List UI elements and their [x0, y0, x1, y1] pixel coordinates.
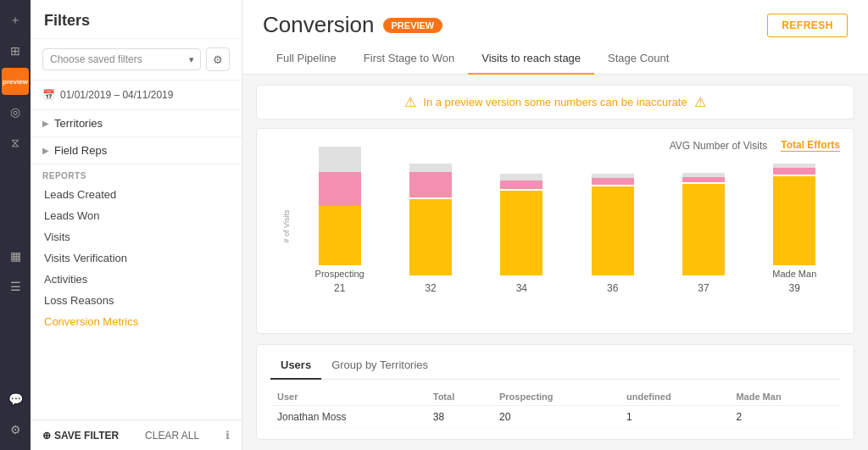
bar-group-made-man: Made Man 39 [760, 164, 828, 294]
bar-label-6: Made Man [772, 269, 816, 279]
col-undefined: undefined [620, 388, 729, 406]
bar-group-3: 34 [487, 174, 555, 294]
bar-value-3: 34 [516, 282, 527, 294]
report-leads-created[interactable]: Leads Created [42, 184, 230, 205]
bar-pink-1 [319, 172, 361, 206]
preview-nav-icon[interactable]: preview [2, 68, 29, 95]
bar-yellow-1 [319, 206, 361, 265]
warning-icon-right: ⚠ [694, 94, 706, 110]
cell-user: Jonathan Moss [270, 406, 426, 429]
field-reps-section[interactable]: ▶ Field Reps [31, 137, 242, 164]
settings-nav-icon[interactable]: ⚙ [2, 416, 29, 443]
cell-total: 38 [426, 406, 492, 429]
main-header: Conversion PREVIEW REFRESH Full Pipeline… [242, 0, 868, 75]
bottom-tabs: Users Group by Territories [270, 355, 840, 380]
table-row: Jonathan Moss 38 20 1 2 [270, 406, 840, 429]
col-made-man: Made Man [729, 388, 840, 406]
warning-icon-left: ⚠ [404, 94, 416, 110]
tab-users[interactable]: Users [270, 355, 321, 380]
saved-filters-wrapper: Choose saved filters [42, 48, 201, 70]
report-visits-verification[interactable]: Visits Verification [42, 247, 230, 269]
field-reps-label: Field Reps [54, 144, 107, 157]
filter-nav-icon[interactable]: ⧖ [2, 129, 29, 156]
bar-pink-4 [592, 178, 634, 185]
report-visits[interactable]: Visits [42, 226, 230, 247]
col-total: Total [426, 388, 492, 406]
chart-panel: AVG Number of Visits Total Efforts # of … [256, 128, 854, 334]
date-range-row: 📅 01/01/2019 – 04/11/2019 [31, 81, 242, 110]
data-table: User Total Prospecting undefined Made Ma… [270, 388, 840, 429]
total-efforts-legend[interactable]: Total Efforts [781, 139, 840, 152]
bar-yellow-2 [409, 199, 452, 275]
tab-full-pipeline[interactable]: Full Pipeline [263, 47, 350, 75]
tab-stage-count[interactable]: Stage Count [594, 47, 682, 75]
save-filter-button[interactable]: ⊕ SAVE FILTER [42, 430, 119, 442]
col-prospecting: Prospecting [492, 388, 620, 406]
bar-yellow-6 [773, 176, 815, 265]
preview-badge: PREVIEW [383, 18, 443, 33]
bar-stack-2 [409, 164, 452, 275]
cell-prospecting: 20 [492, 406, 620, 429]
location-nav-icon[interactable]: ◎ [2, 98, 29, 125]
bar-value-5: 37 [698, 282, 709, 294]
bar-stack-4 [592, 174, 634, 275]
report-activities[interactable]: Activities [42, 269, 230, 290]
tab-first-stage[interactable]: First Stage to Won [350, 47, 468, 75]
warning-text: In a preview version some numbers can be… [423, 96, 687, 108]
bar-stack-5 [682, 173, 725, 275]
gear-button[interactable]: ⚙ [206, 47, 230, 71]
save-icon: ⊕ [42, 430, 51, 442]
report-conversion-metrics[interactable]: Conversion Metrics [42, 311, 230, 332]
bar-group-4: 36 [579, 174, 647, 294]
save-filter-label: SAVE FILTER [54, 430, 119, 442]
bar-label-1: Prospecting [315, 269, 364, 279]
bar-value-2: 32 [425, 282, 436, 294]
page-title: Conversion [263, 12, 375, 38]
reports-section: REPORTS Leads Created Leads Won Visits V… [31, 164, 242, 336]
report-loss-reasons[interactable]: Loss Reasons [42, 290, 230, 311]
add-nav-icon[interactable]: ＋ [2, 7, 29, 34]
territories-label: Territories [54, 117, 103, 130]
grid-nav-icon[interactable]: ⊞ [2, 37, 29, 64]
y-axis-label: # of Visits [282, 210, 291, 243]
saved-filters-select[interactable]: Choose saved filters [42, 48, 201, 70]
bar-pink-3 [500, 181, 542, 189]
tab-visits-reach-stage[interactable]: Visits to reach stage [468, 47, 594, 75]
cell-undefined: 1 [620, 406, 729, 429]
bar-group-2: 32 [397, 164, 465, 294]
refresh-button[interactable]: REFRESH [767, 14, 848, 37]
bar-value-6: 39 [789, 282, 800, 294]
avg-visits-legend: AVG Number of Visits [670, 140, 768, 152]
territories-arrow-icon: ▶ [42, 119, 49, 128]
col-user: User [270, 388, 426, 406]
bar-chart: # of Visits Prospecting 21 [270, 158, 840, 294]
cell-made-man: 2 [729, 406, 840, 429]
bar-value-4: 36 [607, 282, 618, 294]
report-leads-won[interactable]: Leads Won [42, 205, 230, 226]
bar-gray-3 [500, 174, 542, 181]
bar-gray-2 [409, 164, 452, 172]
sidebar-footer: ⊕ SAVE FILTER CLEAR ALL ℹ [31, 419, 242, 450]
main-title-row: Conversion PREVIEW REFRESH [263, 12, 848, 38]
bar-yellow-4 [592, 186, 634, 275]
filter-row: Choose saved filters ⚙ [31, 39, 242, 81]
bar-group-5: 37 [670, 173, 737, 294]
tab-group-territories[interactable]: Group by Territories [321, 355, 438, 380]
calendar-nav-icon[interactable]: ▦ [2, 242, 29, 269]
bar-stack-1 [319, 147, 361, 265]
bar-pink-2 [409, 172, 452, 197]
main-content: Conversion PREVIEW REFRESH Full Pipeline… [242, 0, 868, 450]
territories-section[interactable]: ▶ Territories [31, 110, 242, 137]
reports-label: REPORTS [42, 171, 230, 181]
document-nav-icon[interactable]: ☰ [2, 273, 29, 300]
bar-stack-3 [500, 174, 542, 275]
calendar-icon: 📅 [42, 89, 55, 101]
bar-yellow-5 [682, 184, 725, 275]
main-tabs: Full Pipeline First Stage to Won Visits … [263, 47, 848, 74]
chat-nav-icon[interactable]: 💬 [2, 386, 29, 413]
clear-all-button[interactable]: CLEAR ALL [145, 430, 199, 442]
bottom-section: Users Group by Territories User Total Pr… [256, 344, 854, 440]
table-header-row: User Total Prospecting undefined Made Ma… [270, 388, 840, 406]
date-range-text: 01/01/2019 – 04/11/2019 [60, 89, 173, 101]
chart-container: ⚠ In a preview version some numbers can … [242, 75, 868, 344]
